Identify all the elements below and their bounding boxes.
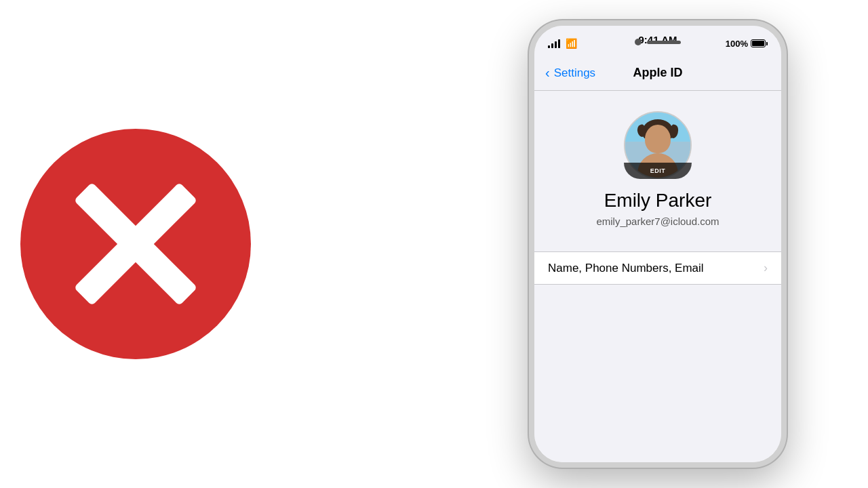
user-name: Emily Parker (604, 190, 712, 211)
battery-percent: 100% (726, 39, 748, 49)
list-item-label: Name, Phone Numbers, Email (548, 262, 704, 275)
battery-tip (766, 42, 768, 45)
list-item-chevron-icon: › (764, 261, 768, 275)
iphone-notch (617, 35, 698, 49)
iphone-frame: 📶 9:41 AM 100% ‹ Settings (529, 20, 787, 468)
signal-bar-3 (555, 41, 557, 48)
profile-section: EDIT Emily Parker emily_parker7@icloud.c… (534, 91, 781, 241)
back-label: Settings (554, 66, 595, 80)
list-section: Name, Phone Numbers, Email › (534, 251, 781, 285)
avatar-edit-badge[interactable]: EDIT (624, 163, 692, 179)
battery-fill (752, 41, 764, 46)
iphone-screen: 📶 9:41 AM 100% ‹ Settings (534, 26, 781, 462)
avatar-head (645, 125, 671, 153)
list-item[interactable]: Name, Phone Numbers, Email › (534, 252, 781, 284)
signal-bar-4 (558, 39, 560, 48)
signal-bars-icon (548, 39, 560, 48)
x-mark-icon (71, 180, 200, 308)
screen-content: EDIT Emily Parker emily_parker7@icloud.c… (534, 91, 781, 462)
speaker-bar (647, 41, 681, 44)
scene: 📶 9:41 AM 100% ‹ Settings (0, 0, 868, 488)
nav-bar: ‹ Settings Apple ID (534, 56, 781, 91)
signal-bar-1 (548, 45, 550, 48)
avatar-container[interactable]: EDIT (624, 111, 692, 179)
error-circle (20, 129, 251, 359)
wifi-icon: 📶 (566, 38, 577, 49)
back-chevron-icon: ‹ (545, 65, 550, 81)
signal-bar-2 (551, 43, 553, 48)
nav-title: Apple ID (633, 66, 682, 80)
battery-body (751, 39, 766, 47)
back-button[interactable]: ‹ Settings (545, 65, 595, 81)
user-email: emily_parker7@icloud.com (596, 216, 719, 227)
camera-dot (635, 39, 642, 45)
status-right: 100% (726, 39, 768, 49)
status-left: 📶 (548, 38, 577, 49)
battery-icon (751, 39, 768, 47)
